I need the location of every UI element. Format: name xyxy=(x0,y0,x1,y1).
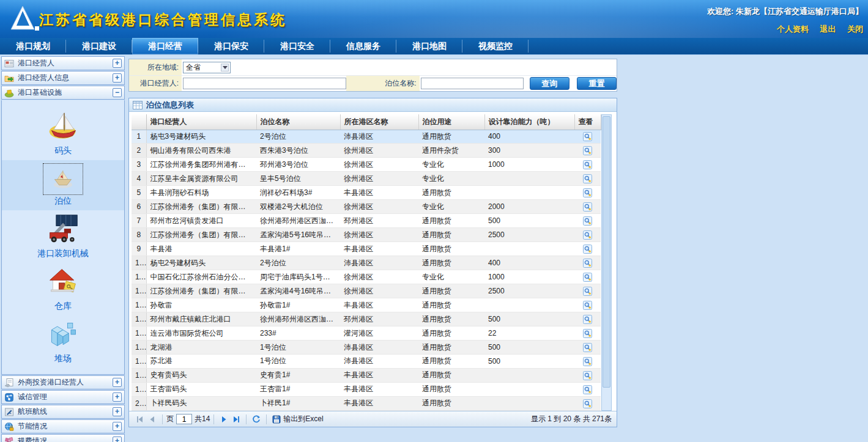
cell-berth: 邳州港3号泊位 xyxy=(256,158,340,172)
id-card-icon xyxy=(4,59,14,68)
operator-input[interactable] xyxy=(183,78,346,89)
view-icon[interactable] xyxy=(583,315,592,324)
menu-item-yard[interactable]: 堆场 xyxy=(2,315,124,368)
sidebar-section-routes[interactable]: 航班航线 + xyxy=(1,405,125,419)
menu-item-label: 港口装卸机械 xyxy=(2,248,124,259)
view-icon[interactable] xyxy=(583,273,592,282)
view-icon[interactable] xyxy=(583,343,592,352)
menu-item-warehouse[interactable]: 仓库 xyxy=(2,263,124,315)
berth-name-input[interactable] xyxy=(421,78,524,89)
table-row[interactable]: 4 江苏呈丰金属资源有限公司 呈丰5号泊位 徐州港区 专业化 xyxy=(132,172,601,186)
view-icon[interactable] xyxy=(583,146,592,155)
profile-link[interactable]: 个人资料 xyxy=(777,24,809,34)
sidebar-section-integrity[interactable]: 诚信管理 + xyxy=(1,390,125,404)
table-row[interactable]: 6 江苏徐州港务（集团）有限公司 双楼港2号大机泊位 徐州港区 专业化 2000 xyxy=(132,200,601,214)
view-icon[interactable] xyxy=(583,174,592,183)
nav-tab[interactable]: 港口地图 xyxy=(396,38,462,54)
sidebar-section-infrastructure[interactable]: 港口基础设施 − xyxy=(1,86,125,100)
expand-toggle[interactable]: + xyxy=(113,73,122,83)
expand-toggle[interactable]: + xyxy=(113,392,122,402)
expand-toggle[interactable]: + xyxy=(113,59,122,68)
view-icon[interactable] xyxy=(583,216,592,226)
view-icon[interactable] xyxy=(583,132,592,141)
table-row[interactable]: 8 江苏徐州港务（集团）有限公司 孟家沟港5号16吨吊泊位 徐州港区 通用散货 … xyxy=(132,228,601,242)
sidebar-section-label: 诚信管理 xyxy=(18,392,47,402)
loading-machinery-icon xyxy=(46,213,80,245)
table-row[interactable]: 5 丰县润翔砂石料场 润祥砂石料场3# 丰县港区 通用散货 xyxy=(132,186,601,200)
table-row[interactable]: 19 王杏雷码头 王杏雷1# 丰县港区 通用散货 xyxy=(132,382,601,396)
close-link[interactable]: 关闭 xyxy=(847,24,863,34)
nav-tab[interactable]: 港口建设 xyxy=(66,38,132,54)
view-icon[interactable] xyxy=(583,245,592,254)
table-row[interactable]: 12 江苏徐州港务（集团）有限公司 孟家沟港4号16吨吊泊位 徐州港区 通用散货… xyxy=(132,284,601,298)
view-icon[interactable] xyxy=(583,230,592,240)
table-row[interactable]: 10 杨屯2号建材码头 2号泊位 沛县港区 通用散货 400 xyxy=(132,256,601,270)
table-row[interactable]: 1 杨屯3号建材码头 2号泊位 沛县港区 通用散货 400 xyxy=(132,130,601,144)
sidebar-section-foreign-investors[interactable]: 外商投资港口经营人 + xyxy=(1,375,125,389)
view-icon[interactable] xyxy=(583,329,592,338)
view-icon[interactable] xyxy=(583,188,592,197)
menu-item-dock[interactable]: 码头 xyxy=(2,108,124,160)
cell-usage: 专业化 xyxy=(418,200,484,214)
cell-capacity: 500 xyxy=(484,312,574,326)
table-row[interactable]: 18 史有贵码头 史有贵1# 丰县港区 通用散货 xyxy=(132,368,601,382)
first-page-button[interactable] xyxy=(136,415,144,424)
menu-item-berth[interactable]: 泊位 xyxy=(2,160,124,210)
table-row[interactable]: 11 中国石化江苏徐州石油分公司周... 周宅于油库码头1号泊位 徐州港区 专业… xyxy=(132,270,601,284)
table-row[interactable]: 15 连云港市国际货柜公司 233# 灌河港区 通用散货 22 xyxy=(132,326,601,341)
table-row[interactable]: 16 龙湖港 1号泊位 沛县港区 通用散货 500 xyxy=(132,341,601,355)
sidebar-section-port-operators[interactable]: 港口经营人 + xyxy=(1,56,125,70)
cell-area: 徐州港区 xyxy=(340,270,418,284)
expand-toggle[interactable]: + xyxy=(113,436,122,442)
table-row[interactable]: 3 江苏徐州港务集团邳州港有限公司 邳州港3号泊位 徐州港区 专业化 1000 xyxy=(132,158,601,172)
last-page-button[interactable] xyxy=(232,415,240,424)
cell-area: 徐州港区 xyxy=(340,144,418,158)
berth-icon xyxy=(50,166,76,191)
cell-area: 沛县港区 xyxy=(340,355,418,369)
sidebar-section-energy[interactable]: 节能情况 + xyxy=(1,419,125,433)
table-row[interactable]: 2 铜山港务有限公司西朱港 西朱港3号泊位 徐州港区 通用件杂货 300 xyxy=(132,144,601,158)
nav-tab[interactable]: 港口规划 xyxy=(0,38,66,54)
table-row[interactable]: 13 孙敬雷 孙敬雷1# 丰县港区 通用散货 xyxy=(132,298,601,312)
reset-button[interactable]: 重置 xyxy=(577,77,617,90)
expand-toggle[interactable]: + xyxy=(113,422,122,431)
expand-toggle[interactable]: + xyxy=(113,378,122,387)
view-icon[interactable] xyxy=(583,202,592,212)
logout-link[interactable]: 退出 xyxy=(820,24,836,34)
table-row[interactable]: 7 邳州市岔河镇贵发港口 徐州港邳州港区西泇河... 邳州港区 通用散货 500 xyxy=(132,214,601,228)
cell-capacity: 2000 xyxy=(484,200,574,214)
view-icon[interactable] xyxy=(583,357,592,366)
nav-tab[interactable]: 港口安全 xyxy=(264,38,330,54)
table-row[interactable]: 20 卜祥民码头 卜祥民1# 丰县港区 通用散货 xyxy=(132,396,601,410)
refresh-icon[interactable] xyxy=(252,415,261,424)
nav-tab[interactable]: 视频监控 xyxy=(462,38,529,54)
next-page-button[interactable] xyxy=(220,415,228,424)
view-icon[interactable] xyxy=(583,371,592,380)
view-icon[interactable] xyxy=(583,259,592,268)
view-icon[interactable] xyxy=(583,160,592,169)
scrollbar-thumb[interactable] xyxy=(603,116,610,388)
expand-toggle[interactable]: + xyxy=(113,407,122,416)
table-row[interactable]: 17 苏北港 1号泊位 沛县港区 通用散货 500 xyxy=(132,355,601,369)
sidebar-section-fees[interactable]: 规费情况 + xyxy=(1,434,125,442)
region-select[interactable]: 全省 xyxy=(183,62,231,73)
table-scrollbar[interactable] xyxy=(601,114,612,411)
table-row[interactable]: 9 丰县港 丰县港1# 丰县港区 通用散货 xyxy=(132,242,601,256)
previous-page-button[interactable] xyxy=(148,415,157,424)
view-icon[interactable] xyxy=(583,287,592,296)
export-excel-button[interactable]: 输出到Excel xyxy=(270,414,323,424)
collapse-toggle[interactable]: − xyxy=(113,88,122,97)
selection-frame xyxy=(43,163,83,195)
view-icon[interactable] xyxy=(583,399,592,408)
nav-tab[interactable]: 港口保安 xyxy=(198,38,264,54)
menu-item-machinery[interactable]: 港口装卸机械 xyxy=(2,210,124,263)
search-button[interactable]: 查询 xyxy=(530,77,569,90)
sidebar-section-operator-info[interactable]: 港口经营人信息 + xyxy=(1,71,125,85)
nav-tab[interactable]: 信息服务 xyxy=(330,38,396,54)
table-row[interactable]: 14 邳州市戴庄镇戴庄北港口 徐州港邳州港区西泇河... 邳州港区 通用散货 5… xyxy=(132,312,601,326)
view-icon[interactable] xyxy=(583,301,592,310)
nav-tab[interactable]: 港口经营 xyxy=(132,38,198,54)
page-number-input[interactable] xyxy=(176,414,192,424)
app-title: 江苏省省级港口综合管理信息系统 xyxy=(39,10,287,29)
view-icon[interactable] xyxy=(583,385,592,394)
